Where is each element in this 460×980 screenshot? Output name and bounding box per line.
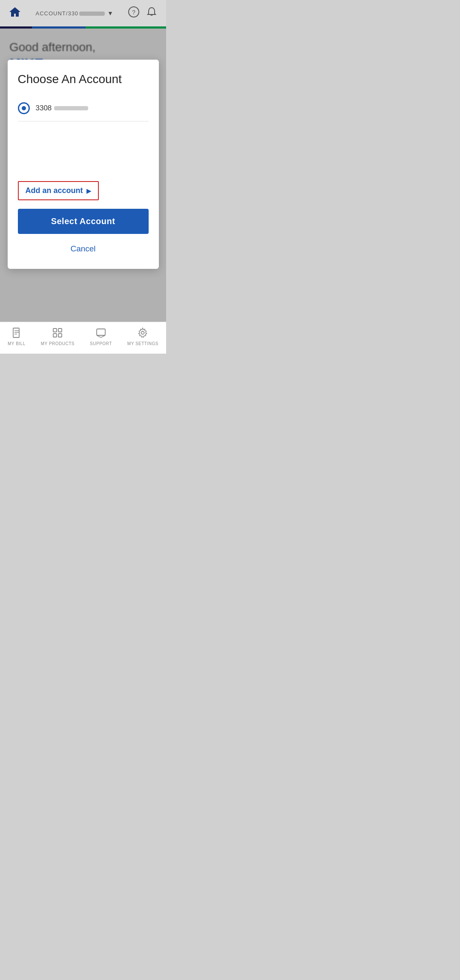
my-settings-icon <box>137 327 148 339</box>
modal-title: Choose An Account <box>18 72 149 86</box>
account-number-display: 3308 <box>36 104 89 112</box>
svg-rect-2 <box>13 328 19 337</box>
account-number-text: 3308 <box>36 104 52 112</box>
add-account-button[interactable]: Add an account ▶ <box>18 181 99 200</box>
add-account-label: Add an account <box>26 186 83 195</box>
bottom-navigation: MY BILL MY PRODUCTS SUPPORT <box>0 322 166 354</box>
cancel-label: Cancel <box>70 244 95 253</box>
select-account-button[interactable]: Select Account <box>18 209 149 234</box>
svg-point-11 <box>141 331 144 334</box>
nav-item-my-bill[interactable]: MY BILL <box>8 327 26 346</box>
my-bill-icon <box>11 327 22 339</box>
svg-rect-7 <box>58 329 62 332</box>
nav-item-my-settings[interactable]: MY SETTINGS <box>127 327 158 346</box>
modal-spacer <box>18 121 149 181</box>
support-label: SUPPORT <box>90 341 112 346</box>
nav-item-support[interactable]: SUPPORT <box>90 327 112 346</box>
my-bill-label: MY BILL <box>8 341 26 346</box>
cancel-button[interactable]: Cancel <box>18 241 149 257</box>
play-icon: ▶ <box>86 187 91 194</box>
svg-rect-8 <box>53 334 57 337</box>
support-icon <box>95 327 106 339</box>
account-option[interactable]: 3308 <box>18 98 149 118</box>
modal-overlay: Choose An Account 3308 Add an account ▶ … <box>0 0 166 354</box>
choose-account-modal: Choose An Account 3308 Add an account ▶ … <box>8 60 159 269</box>
nav-item-my-products[interactable]: MY PRODUCTS <box>41 327 75 346</box>
svg-rect-6 <box>53 329 57 332</box>
my-settings-label: MY SETTINGS <box>127 341 158 346</box>
my-products-icon <box>52 327 63 339</box>
account-number-masked <box>54 106 88 110</box>
svg-rect-10 <box>97 329 105 335</box>
radio-selected-indicator <box>22 106 26 110</box>
radio-button[interactable] <box>18 102 30 114</box>
select-account-label: Select Account <box>51 216 115 226</box>
my-products-label: MY PRODUCTS <box>41 341 75 346</box>
svg-rect-9 <box>58 334 62 337</box>
